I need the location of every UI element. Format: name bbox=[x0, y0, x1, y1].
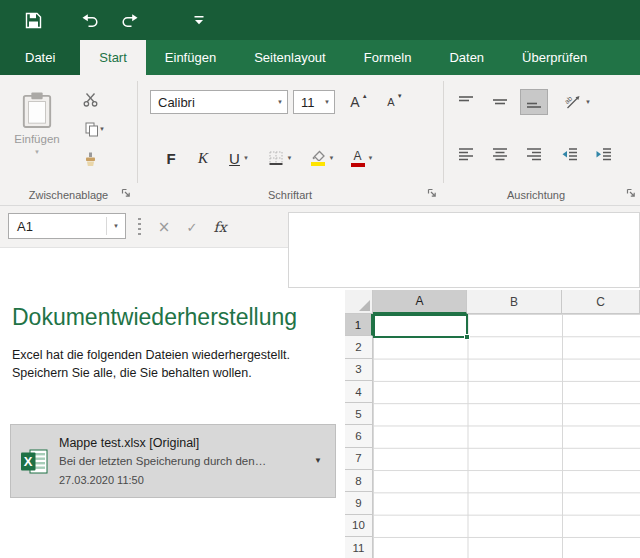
column-header-b[interactable]: B bbox=[467, 290, 562, 314]
decrease-indent-icon bbox=[562, 146, 578, 162]
align-left-button[interactable] bbox=[452, 141, 480, 167]
recovered-file-name: Mappe test.xlsx [Original] bbox=[59, 436, 199, 450]
recovered-file-detail: Bei der letzten Speicherung durch den… bbox=[59, 455, 266, 467]
tab-formeln[interactable]: Formeln bbox=[345, 40, 431, 75]
scissors-icon bbox=[83, 92, 98, 107]
font-dialog-launcher[interactable] bbox=[425, 186, 439, 200]
fill-handle[interactable] bbox=[464, 334, 470, 340]
decrease-font-icon: A bbox=[387, 96, 394, 108]
format-painter-button[interactable] bbox=[78, 147, 102, 171]
row-header-2[interactable]: 2 bbox=[345, 336, 373, 358]
chevron-down-icon: ▼ bbox=[585, 99, 591, 105]
align-middle-button[interactable] bbox=[486, 89, 514, 115]
orientation-button[interactable]: ab ▼ bbox=[558, 89, 598, 115]
chevron-down-icon: ▼ bbox=[368, 155, 374, 161]
dialog-launcher-icon bbox=[427, 188, 437, 198]
tab-datei[interactable]: Datei bbox=[0, 40, 80, 75]
row-header-3[interactable]: 3 bbox=[345, 359, 373, 381]
align-center-icon bbox=[492, 146, 508, 162]
decrease-font-size-button[interactable]: A ▼ bbox=[380, 89, 410, 115]
recovered-file-item[interactable]: X Mappe test.xlsx [Original] Bei der let… bbox=[10, 424, 336, 498]
formula-bar-resize-handle[interactable] bbox=[138, 218, 141, 236]
font-color-icon: A bbox=[351, 150, 365, 167]
enter-button[interactable]: ✓ bbox=[180, 215, 204, 239]
align-top-button[interactable] bbox=[452, 89, 480, 115]
copy-button[interactable]: ▼ bbox=[78, 117, 112, 141]
row-header-5[interactable]: 5 bbox=[345, 403, 373, 425]
bold-label: F bbox=[166, 150, 175, 167]
row-header-4[interactable]: 4 bbox=[345, 381, 373, 403]
row-header-11[interactable]: 11 bbox=[345, 537, 373, 558]
row-header-9[interactable]: 9 bbox=[345, 492, 373, 514]
redo-button[interactable] bbox=[112, 0, 146, 40]
cut-button[interactable] bbox=[78, 87, 102, 111]
document-recovery-pane: Dokumentwiederherstellung Excel hat die … bbox=[0, 248, 345, 558]
clipboard-dialog-launcher[interactable] bbox=[119, 186, 133, 200]
fill-color-button[interactable]: ▼ bbox=[303, 145, 341, 171]
chevron-down-icon: ▼ bbox=[277, 99, 283, 105]
underline-button[interactable]: U ▼ bbox=[220, 145, 258, 171]
fill-color-icon bbox=[310, 150, 326, 166]
content-area: Dokumentwiederherstellung Excel hat die … bbox=[0, 248, 640, 558]
group-label-alignment: Ausrichtung bbox=[443, 189, 629, 201]
recovery-description: Excel hat die folgenden Dateien wiederhe… bbox=[12, 346, 324, 382]
selected-cell-a1[interactable] bbox=[373, 314, 468, 338]
increase-indent-button[interactable] bbox=[590, 141, 618, 167]
formula-input[interactable] bbox=[288, 212, 640, 288]
recovered-file-date: 27.03.2020 11:50 bbox=[59, 474, 144, 486]
format-painter-icon bbox=[83, 152, 98, 167]
align-right-button[interactable] bbox=[520, 141, 548, 167]
tab-daten[interactable]: Daten bbox=[430, 40, 503, 75]
cells-grid[interactable] bbox=[373, 314, 640, 558]
font-size-select[interactable]: 11 ▼ bbox=[293, 90, 335, 114]
recovered-file-menu-button[interactable]: ▼ bbox=[305, 429, 331, 493]
paste-button[interactable]: Einfügen ▼ bbox=[8, 83, 66, 183]
select-all-triangle-icon bbox=[359, 300, 370, 311]
undo-button[interactable] bbox=[74, 0, 108, 40]
select-all-button[interactable] bbox=[345, 290, 373, 314]
dialog-launcher-icon bbox=[626, 188, 636, 198]
alignment-dialog-launcher[interactable] bbox=[624, 186, 638, 200]
redo-icon bbox=[120, 13, 138, 28]
customize-quick-access-button[interactable] bbox=[182, 0, 216, 40]
font-color-button[interactable]: A ▼ bbox=[344, 145, 380, 171]
align-center-button[interactable] bbox=[486, 141, 514, 167]
tab-seitenlayout[interactable]: Seitenlayout bbox=[235, 40, 345, 75]
chevron-down-icon: ▼ bbox=[287, 155, 293, 161]
align-bottom-icon bbox=[526, 94, 542, 110]
borders-button[interactable]: ▼ bbox=[262, 145, 298, 171]
check-icon: ✓ bbox=[187, 220, 198, 235]
row-header-6[interactable]: 6 bbox=[345, 425, 373, 447]
chevron-down-icon bbox=[193, 15, 205, 26]
row-header-8[interactable]: 8 bbox=[345, 470, 373, 492]
worksheet: A B C 1 2 3 4 5 6 7 8 9 10 11 bbox=[345, 290, 640, 558]
column-header-c[interactable]: C bbox=[562, 290, 640, 314]
excel-file-icon: X bbox=[21, 449, 48, 474]
underline-label: U bbox=[229, 150, 240, 167]
bold-button[interactable]: F bbox=[158, 145, 184, 171]
italic-button[interactable]: K bbox=[190, 145, 216, 171]
tab-start[interactable]: Start bbox=[80, 40, 145, 75]
excel-window: Datei Start Einfügen Seitenlayout Formel… bbox=[0, 0, 640, 558]
insert-function-button[interactable]: fx bbox=[208, 215, 232, 239]
align-bottom-button[interactable] bbox=[520, 89, 548, 115]
borders-icon bbox=[268, 150, 284, 166]
ribbon: Einfügen ▼ ▼ Zwischenablag bbox=[0, 75, 640, 206]
tab-einfuegen[interactable]: Einfügen bbox=[146, 40, 235, 75]
increase-indent-icon bbox=[596, 146, 612, 162]
row-header-10[interactable]: 10 bbox=[345, 515, 373, 537]
cancel-button[interactable]: × bbox=[152, 215, 176, 239]
row-header-1[interactable]: 1 bbox=[345, 314, 373, 336]
chevron-down-icon: ▼ bbox=[329, 155, 335, 161]
row-header-7[interactable]: 7 bbox=[345, 448, 373, 470]
decrease-indent-button[interactable] bbox=[556, 141, 584, 167]
caret-up-icon: ▲ bbox=[362, 93, 368, 99]
save-button[interactable] bbox=[16, 0, 50, 40]
chevron-down-icon: ▼ bbox=[107, 223, 125, 229]
name-box[interactable]: A1 ▼ bbox=[8, 213, 126, 239]
font-name-select[interactable]: Calibri ▼ bbox=[150, 90, 288, 114]
tab-ueberpruefen[interactable]: Überprüfen bbox=[503, 40, 606, 75]
increase-font-size-button[interactable]: A ▲ bbox=[344, 89, 374, 115]
copy-icon bbox=[85, 122, 99, 137]
column-header-a[interactable]: A bbox=[373, 290, 467, 314]
